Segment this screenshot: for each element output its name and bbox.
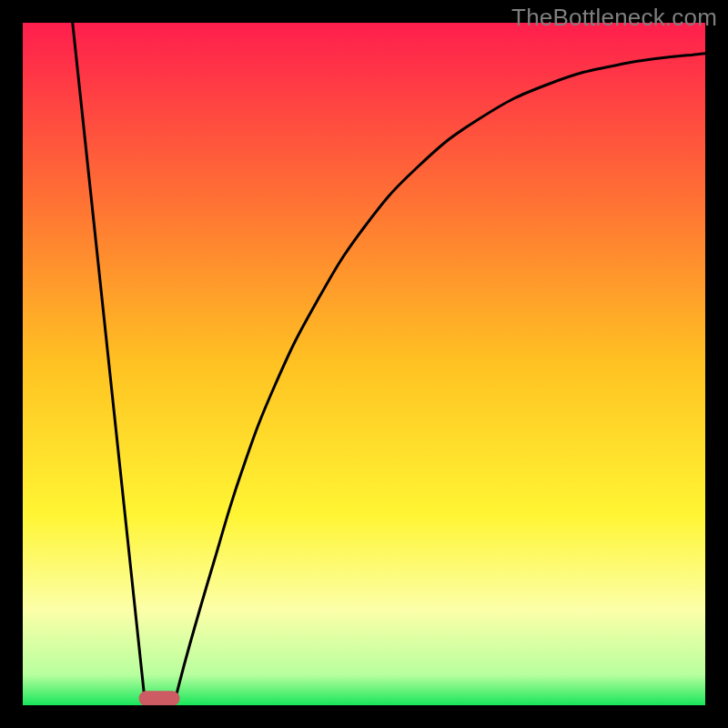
background-gradient bbox=[23, 23, 705, 705]
chart-svg bbox=[23, 23, 705, 705]
chart-frame: TheBottleneck.com bbox=[0, 0, 728, 728]
plot-area bbox=[23, 23, 705, 705]
marker-layer bbox=[139, 691, 180, 705]
optimum-lozenge bbox=[139, 691, 180, 705]
watermark-text: TheBottleneck.com bbox=[511, 4, 717, 32]
